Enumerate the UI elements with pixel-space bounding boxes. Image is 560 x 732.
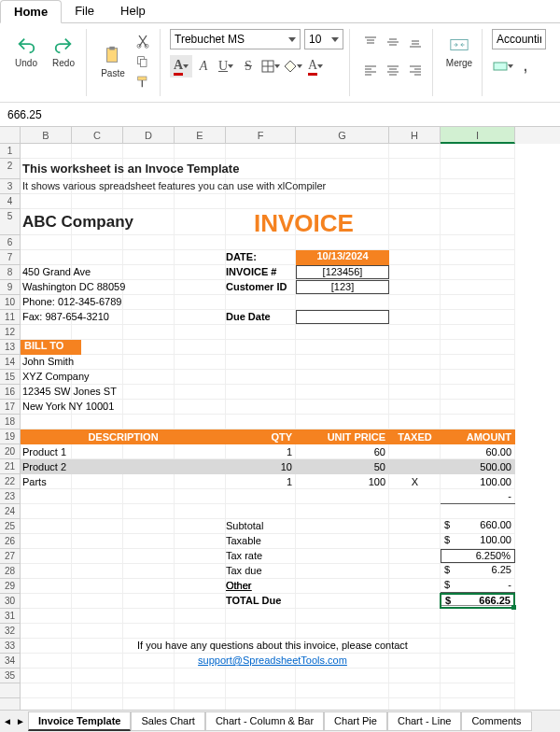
row-header-7[interactable]: 7	[0, 250, 21, 265]
formula-bar[interactable]: 666.25	[0, 103, 560, 127]
row-header-23[interactable]: 23	[0, 489, 21, 504]
row-header-9[interactable]: 9	[0, 280, 21, 295]
menu-home[interactable]: Home	[0, 0, 62, 23]
row-header-18[interactable]: 18	[0, 415, 21, 429]
row-header-6[interactable]: 6	[0, 235, 21, 250]
tab-nav[interactable]: ◄►	[0, 716, 28, 726]
menu-file[interactable]: File	[62, 0, 107, 22]
sum-label-28: Tax due	[226, 565, 361, 576]
undo-button[interactable]: Undo	[9, 35, 43, 68]
table-row: Product 116060.00	[21, 444, 515, 459]
date-value: 10/13/2024	[296, 250, 389, 265]
row-header-3[interactable]: 3	[0, 179, 21, 194]
row-header-24[interactable]: 24	[0, 504, 21, 519]
merge-button[interactable]: Merge	[442, 35, 476, 68]
row-header-15[interactable]: 15	[0, 370, 21, 385]
col-header-H[interactable]: H	[389, 127, 441, 144]
row-header-25[interactable]: 25	[0, 519, 21, 534]
row-header-36[interactable]	[0, 683, 21, 698]
invoice-subtitle: It shows various spreadsheet features yo…	[22, 180, 326, 191]
sum-val-25: $660.00	[441, 519, 515, 533]
row-header-11[interactable]: 11	[0, 310, 21, 325]
font-size-select[interactable]: 10	[304, 29, 343, 49]
menu-bar: Home File Help	[0, 0, 560, 23]
col-header-D[interactable]: D	[123, 127, 175, 144]
svg-rect-32	[494, 63, 507, 70]
align-center-button[interactable]	[382, 59, 404, 81]
row-header-4[interactable]: 4	[0, 194, 21, 209]
align-middle-button[interactable]	[382, 31, 404, 53]
copy-button[interactable]	[133, 52, 153, 71]
number-format-select[interactable]: Accounting	[492, 29, 546, 49]
font-color-button-2[interactable]: A	[304, 55, 327, 77]
font-name-select[interactable]: Trebuchet MS	[170, 29, 301, 49]
paste-button[interactable]: Paste	[96, 31, 130, 92]
col-header-C[interactable]: C	[72, 127, 123, 144]
row-header-30[interactable]: 30	[0, 594, 21, 609]
align-bottom-button[interactable]	[404, 31, 427, 53]
row-header-1[interactable]: 1	[0, 144, 21, 159]
currency-button[interactable]	[492, 55, 514, 77]
align-top-button[interactable]	[359, 31, 382, 53]
strike-button[interactable]: S	[237, 55, 259, 77]
sum-val-30: $666.25	[441, 594, 515, 608]
amount-dash: -	[441, 490, 515, 504]
row-header-2[interactable]: 2	[0, 159, 21, 179]
format-painter-button[interactable]	[133, 73, 153, 92]
row-header-13[interactable]: 13	[0, 340, 21, 355]
select-all-corner[interactable]	[0, 127, 21, 144]
row-header-17[interactable]: 17	[0, 400, 21, 415]
row-header-14[interactable]: 14	[0, 355, 21, 370]
sheet-tab-4[interactable]: Chart - Line	[387, 711, 461, 731]
due-value	[296, 310, 389, 324]
col-header-G[interactable]: G	[296, 127, 389, 144]
row-header-32[interactable]: 32	[0, 624, 21, 639]
row-header-33[interactable]: 33	[0, 639, 21, 654]
col-header-I[interactable]: I	[441, 127, 515, 144]
row-header-19[interactable]: 19	[0, 429, 21, 444]
due-label: Due Date	[226, 311, 271, 322]
bill-company: XYZ Company	[22, 371, 90, 382]
row-header-31[interactable]: 31	[0, 609, 21, 624]
table-row: Product 21050500.00	[21, 459, 515, 474]
row-header-26[interactable]: 26	[0, 534, 21, 549]
row-header-27[interactable]: 27	[0, 549, 21, 564]
svg-rect-0	[107, 49, 118, 63]
row-header-20[interactable]: 20	[0, 444, 21, 459]
row-header-22[interactable]: 22	[0, 474, 21, 489]
font-color-button[interactable]: A	[170, 55, 192, 77]
row-header-29[interactable]: 29	[0, 579, 21, 594]
sheet-tab-5[interactable]: Comments	[461, 711, 531, 731]
footer-link[interactable]: support@SpreadsheetTools.com	[77, 655, 469, 666]
col-header-F[interactable]: F	[226, 127, 296, 144]
row-header-28[interactable]: 28	[0, 564, 21, 579]
sheet-tab-0[interactable]: Invoice Template	[28, 711, 131, 731]
align-left-button[interactable]	[359, 59, 382, 81]
sheet-area[interactable]: This worksheet is an Invoce TemplateIt s…	[21, 144, 515, 715]
row-header-10[interactable]: 10	[0, 295, 21, 310]
col-header-E[interactable]: E	[175, 127, 226, 144]
col-header-B[interactable]: B	[21, 127, 72, 144]
row-header-34[interactable]: 34	[0, 654, 21, 669]
row-header-21[interactable]: 21	[0, 459, 21, 474]
menu-help[interactable]: Help	[107, 0, 159, 22]
row-header-5[interactable]: 5	[0, 209, 21, 235]
italic-button[interactable]: A	[192, 55, 215, 77]
row-header-12[interactable]: 12	[0, 325, 21, 340]
paste-label: Paste	[101, 68, 125, 78]
row-header-35[interactable]: 35	[0, 669, 21, 683]
row-header-16[interactable]: 16	[0, 385, 21, 400]
redo-button[interactable]: Redo	[47, 35, 80, 68]
sheet-tab-1[interactable]: Sales Chart	[131, 711, 204, 731]
fill-color-button[interactable]	[282, 55, 304, 77]
sheet-tab-3[interactable]: Chart Pie	[324, 711, 387, 731]
table-row: Parts1100X100.00	[21, 474, 515, 489]
cut-button[interactable]	[133, 32, 153, 50]
sheet-tab-2[interactable]: Chart - Column & Bar	[205, 711, 324, 731]
underline-button[interactable]: U	[215, 55, 237, 77]
align-right-button[interactable]	[404, 59, 427, 81]
border-button[interactable]	[259, 55, 282, 77]
sum-label-25: Subtotal	[226, 520, 361, 531]
row-header-8[interactable]: 8	[0, 265, 21, 280]
comma-button[interactable]: ,	[514, 55, 537, 77]
